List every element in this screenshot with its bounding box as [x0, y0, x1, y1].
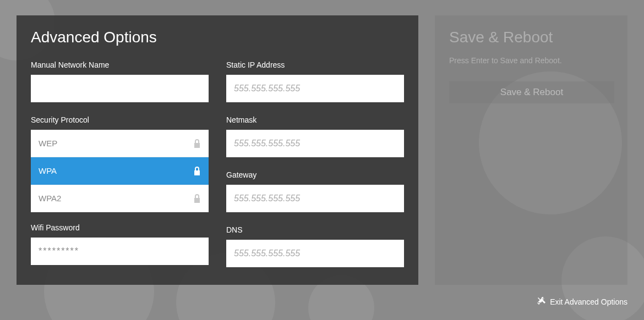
security-protocol-list: WEP WPA WPA2: [31, 130, 209, 212]
tools-icon: [537, 296, 545, 307]
static-ip-input[interactable]: [226, 75, 404, 102]
advanced-options-title: Advanced Options: [31, 29, 404, 46]
protocol-option-wpa[interactable]: WPA: [31, 157, 209, 185]
lock-icon: [193, 139, 201, 148]
save-reboot-title: Save & Reboot: [449, 29, 613, 46]
netmask-input[interactable]: [226, 130, 404, 157]
network-name-label: Manual Network Name: [31, 60, 209, 69]
exit-label: Exit Advanced Options: [550, 297, 627, 306]
column-left: Manual Network Name Security Protocol WE…: [31, 58, 209, 278]
netmask-label: Netmask: [226, 115, 404, 124]
security-protocol-label: Security Protocol: [31, 115, 209, 124]
gateway-label: Gateway: [226, 170, 404, 179]
save-reboot-panel: Save & Reboot Press Enter to Save and Re…: [435, 15, 627, 285]
save-reboot-button[interactable]: Save & Reboot: [449, 81, 614, 103]
exit-advanced-options-button[interactable]: Exit Advanced Options: [537, 296, 627, 307]
wifi-password-input[interactable]: [31, 238, 209, 265]
protocol-option-wep[interactable]: WEP: [31, 130, 209, 157]
dns-input[interactable]: [226, 240, 404, 267]
lock-icon: [193, 166, 201, 176]
protocol-label: WPA2: [39, 194, 61, 203]
protocol-label: WEP: [39, 139, 57, 148]
protocol-option-wpa2[interactable]: WPA2: [31, 185, 209, 212]
column-right: Static IP Address Netmask Gateway DNS: [226, 58, 404, 278]
lock-icon: [193, 194, 201, 203]
advanced-options-panel: Advanced Options Manual Network Name Sec…: [17, 15, 418, 285]
gateway-input[interactable]: [226, 185, 404, 212]
protocol-label: WPA: [39, 166, 57, 175]
network-name-input[interactable]: [31, 75, 209, 102]
dns-label: DNS: [226, 225, 404, 234]
save-reboot-subtitle: Press Enter to Save and Reboot.: [449, 56, 613, 65]
static-ip-label: Static IP Address: [226, 60, 404, 69]
wifi-password-label: Wifi Password: [31, 223, 209, 232]
